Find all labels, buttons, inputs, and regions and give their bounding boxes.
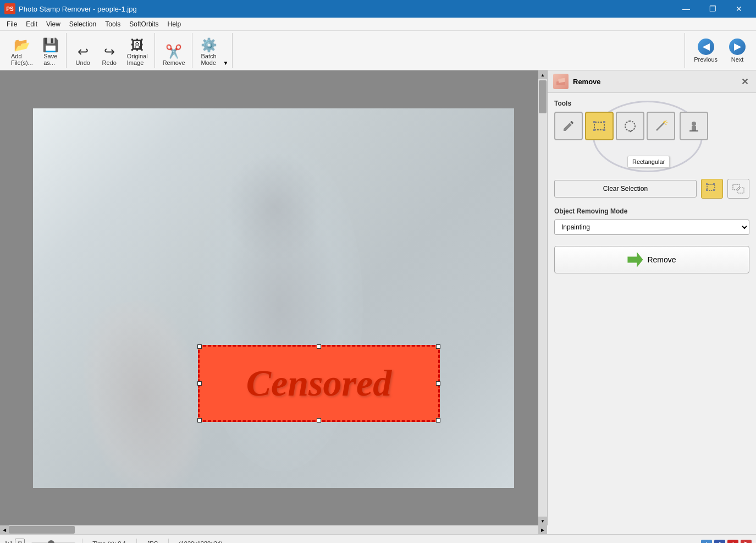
- info-icon[interactable]: i: [701, 540, 712, 544]
- svg-line-7: [656, 123, 664, 130]
- add-files-icon: 📂: [14, 39, 30, 52]
- status-separator-2: [136, 539, 137, 544]
- lasso-icon: [623, 119, 637, 133]
- undo-button[interactable]: ↩ Undo: [71, 43, 95, 68]
- scroll-down-button[interactable]: ▼: [538, 517, 547, 525]
- horizontal-scroll-thumb[interactable]: [9, 526, 75, 534]
- previous-label: Previous: [694, 56, 718, 63]
- scroll-right-button[interactable]: ▶: [538, 525, 547, 534]
- zoom-value: 1:1: [4, 540, 13, 544]
- original-image-icon: 🖼: [131, 39, 144, 52]
- zoom-icon[interactable]: ⊡: [15, 539, 25, 544]
- svg-rect-20: [733, 184, 740, 190]
- svg-rect-4: [603, 121, 605, 123]
- object-removing-section-label: Object Removing Mode: [554, 207, 749, 215]
- svg-rect-21: [737, 188, 744, 193]
- tool-pencil-button[interactable]: [554, 112, 583, 140]
- vertical-scrollbar[interactable]: ▲ ▼: [538, 70, 547, 525]
- svg-point-12: [692, 122, 696, 126]
- toolbar: 📂 AddFile(s)... 💾 Saveas... ↩ Undo ↪ Red…: [0, 31, 756, 70]
- handle-tm[interactable]: [317, 344, 321, 349]
- svg-marker-8: [663, 120, 665, 123]
- menubar: File Edit View Selection Tools SoftOrbit…: [0, 18, 756, 31]
- svg-rect-2: [594, 122, 604, 130]
- tool-magic-wand-button[interactable]: [647, 112, 675, 140]
- vertical-scroll-thumb[interactable]: [539, 80, 547, 113]
- toolbox-body: Tools: [548, 93, 756, 525]
- menu-help[interactable]: Help: [163, 19, 186, 29]
- facebook-icon[interactable]: f: [714, 540, 725, 544]
- tool-lasso-button[interactable]: [616, 112, 644, 140]
- menu-selection[interactable]: Selection: [65, 19, 101, 29]
- eraser-icon: [555, 76, 566, 87]
- minimize-button[interactable]: —: [674, 0, 699, 18]
- toolbox-icon: [553, 74, 569, 89]
- previous-button[interactable]: ◀ Previous: [689, 36, 722, 65]
- pencil-icon: [562, 119, 575, 133]
- format-label: JPG: [144, 540, 162, 544]
- toolbar-remove-group: ✂️ Remove: [156, 33, 192, 68]
- svg-rect-5: [593, 129, 595, 131]
- canvas-area[interactable]: Censored ▲ ▼: [0, 70, 547, 525]
- remove-label: Remove: [163, 59, 185, 66]
- status-icons: i f y ▶: [701, 540, 752, 544]
- main-layout: Censored ▲ ▼: [0, 70, 756, 525]
- tools-row: Rectangular: [554, 112, 749, 140]
- tool-stamp-button[interactable]: [680, 112, 708, 140]
- titlebar-left: PS Photo Stamp Remover - people-1.jpg: [4, 3, 137, 14]
- svg-rect-18: [706, 189, 708, 191]
- remove-arrow-icon: [627, 252, 643, 267]
- menu-softorbits[interactable]: SoftOrbits: [125, 19, 163, 29]
- remove-button[interactable]: ✂️ Remove: [159, 43, 189, 68]
- selection-mode-add-button[interactable]: [727, 179, 749, 199]
- svg-line-11: [665, 124, 666, 125]
- undo-icon: ↩: [78, 45, 89, 58]
- selection-mode-new-button[interactable]: [701, 179, 723, 199]
- clear-selection-button[interactable]: Clear Selection: [554, 180, 697, 198]
- save-as-button[interactable]: 💾 Saveas...: [38, 36, 63, 68]
- handle-tr[interactable]: [436, 344, 440, 349]
- youtube-icon[interactable]: y: [727, 540, 738, 544]
- menu-view[interactable]: View: [42, 19, 65, 29]
- scroll-up-button[interactable]: ▲: [538, 70, 547, 79]
- maximize-button[interactable]: ❐: [700, 0, 725, 18]
- figure-head: [225, 152, 324, 262]
- handle-br[interactable]: [436, 418, 440, 423]
- original-image-button[interactable]: 🖼 OriginalImage: [124, 36, 151, 68]
- status-separator-1: [82, 539, 82, 544]
- scroll-left-button[interactable]: ◀: [0, 525, 9, 534]
- toolbox-close-button[interactable]: ✕: [739, 75, 751, 88]
- tools-section-label: Tools: [554, 100, 749, 107]
- batch-dropdown-arrow[interactable]: ▼: [223, 60, 229, 66]
- add-files-button[interactable]: 📂 AddFile(s)...: [8, 36, 36, 68]
- time-value: 0.1: [118, 540, 126, 544]
- handle-mr[interactable]: [436, 381, 440, 386]
- status-separator-3: [168, 539, 169, 544]
- time-label-text: Time (s):: [92, 540, 116, 544]
- redo-button[interactable]: ↪ Redo: [97, 43, 122, 68]
- menu-file[interactable]: File: [2, 19, 21, 29]
- handle-ml[interactable]: [197, 381, 202, 386]
- close-button[interactable]: ✕: [726, 0, 752, 18]
- redo-icon: ↪: [104, 45, 115, 58]
- dropdown-row: Inpainting Content Aware Fill Texture Sy…: [554, 220, 749, 235]
- zoom-slider-thumb[interactable]: [48, 540, 54, 544]
- next-label: Next: [731, 56, 744, 63]
- next-button[interactable]: ▶ Next: [723, 36, 752, 65]
- menu-edit[interactable]: Edit: [21, 19, 42, 29]
- play-icon[interactable]: ▶: [741, 540, 752, 544]
- svg-rect-14: [689, 130, 698, 131]
- remove-action-button[interactable]: Remove: [554, 246, 749, 273]
- menu-tools[interactable]: Tools: [101, 19, 125, 29]
- navigation-section: ◀ Previous ▶ Next: [685, 33, 752, 68]
- handle-bm[interactable]: [317, 418, 321, 423]
- tool-rectangular-button[interactable]: Rectangular: [585, 112, 614, 140]
- handle-tl[interactable]: [197, 344, 202, 349]
- app-icon: PS: [4, 3, 15, 14]
- toolbar-file-group: 📂 AddFile(s)... 💾 Saveas...: [4, 33, 67, 68]
- handle-bl[interactable]: [197, 418, 202, 423]
- save-as-label: Saveas...: [43, 53, 57, 66]
- horizontal-scrollbar[interactable]: ◀ ▶: [0, 525, 547, 534]
- batch-mode-button[interactable]: ⚙️ BatchMode: [197, 36, 221, 68]
- removing-mode-dropdown[interactable]: Inpainting Content Aware Fill Texture Sy…: [554, 220, 749, 235]
